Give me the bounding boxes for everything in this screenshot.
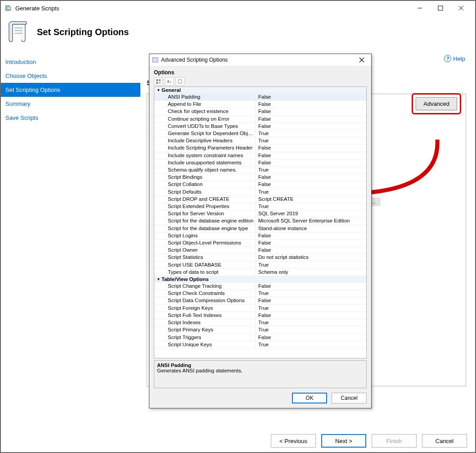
property-value[interactable]: True [256, 167, 366, 173]
property-value[interactable]: Do not script statistics [256, 254, 366, 261]
next-button[interactable]: Next > [321, 434, 366, 448]
property-value[interactable]: False [256, 123, 366, 130]
property-row[interactable]: Script DefaultsTrue [154, 189, 366, 196]
page-title: Set Scripting Options [37, 27, 129, 37]
property-value[interactable]: True [256, 189, 366, 195]
property-value[interactable]: False [256, 94, 366, 100]
property-value[interactable]: True [256, 262, 366, 268]
sidebar-item-summary[interactable]: Summary [1, 97, 140, 111]
property-pages-button[interactable] [175, 77, 184, 86]
property-value[interactable]: False [256, 334, 366, 341]
sidebar-item-introduction[interactable]: Introduction [1, 55, 140, 69]
property-value[interactable]: False [256, 101, 366, 108]
property-value[interactable]: False [256, 116, 366, 122]
property-row[interactable]: Generate Script for Dependent ObjectsTru… [154, 130, 366, 137]
property-row[interactable]: Types of data to scriptSchema only [154, 269, 366, 276]
property-row[interactable]: Include system constraint namesFalse [154, 152, 366, 159]
property-row[interactable]: Script CollationFalse [154, 181, 366, 188]
property-value[interactable]: False [256, 174, 366, 181]
advanced-button[interactable]: Advanced [416, 97, 457, 110]
property-row[interactable]: Script Object-Level PermissionsFalse [154, 240, 366, 247]
property-value[interactable]: True [256, 137, 366, 144]
maximize-button[interactable] [430, 1, 451, 15]
property-value[interactable]: False [256, 283, 366, 290]
property-row[interactable]: ANSI PaddingFalse [154, 94, 366, 101]
sidebar-item-set-scripting-options[interactable]: Set Scripting Options [1, 83, 140, 97]
sidebar-item-save-scripts[interactable]: Save Scripts [1, 111, 140, 125]
property-value[interactable]: False [256, 297, 366, 304]
property-row[interactable]: Convert UDDTs to Base TypesFalse [154, 123, 366, 130]
property-row[interactable]: Script BindingsFalse [154, 174, 366, 181]
close-button[interactable] [451, 1, 472, 15]
property-row[interactable]: Script Primary KeysTrue [154, 326, 366, 334]
property-row[interactable]: Script for the database engine editionMi… [154, 217, 366, 225]
property-row[interactable]: Script for the database engine typeStand… [154, 225, 366, 232]
ok-button[interactable]: OK [292, 393, 327, 403]
property-value[interactable]: False [256, 240, 366, 246]
sidebar-item-choose-objects[interactable]: Choose Objects [1, 69, 140, 83]
property-row[interactable]: Continue scripting on ErrorFalse [154, 116, 366, 123]
property-name: Script Extended Properties [154, 203, 256, 210]
property-value[interactable]: True [256, 326, 366, 333]
property-value[interactable]: False [256, 181, 366, 188]
property-row[interactable]: Script for Server VersionSQL Server 2019 [154, 210, 366, 217]
property-row[interactable]: Script Unique KeysTrue [154, 341, 366, 349]
categorized-button[interactable] [154, 77, 163, 86]
property-row[interactable]: Schema qualify object names.True [154, 167, 366, 174]
property-row[interactable]: Script Extended PropertiesTrue [154, 203, 366, 210]
property-value[interactable]: False [256, 247, 366, 254]
property-row[interactable]: Include Scripting Parameters HeaderFalse [154, 145, 366, 152]
property-row[interactable]: Script Change TrackingFalse [154, 283, 366, 290]
property-value[interactable]: True [256, 341, 366, 348]
property-name: Script Data Compression Options [154, 297, 256, 304]
property-name: Script Object-Level Permissions [154, 240, 256, 246]
property-value[interactable]: False [256, 159, 366, 166]
property-category[interactable]: ▾General [154, 87, 366, 94]
property-row[interactable]: Append to FileFalse [154, 101, 366, 108]
property-value[interactable]: True [256, 130, 366, 137]
property-value[interactable]: False [256, 108, 366, 115]
property-row[interactable]: Include Descriptive HeadersTrue [154, 137, 366, 145]
property-row[interactable]: Script IndexesTrue [154, 319, 366, 326]
property-row[interactable]: Script TriggersFalse [154, 334, 366, 341]
property-value[interactable]: False [256, 312, 366, 319]
property-row[interactable]: Script Check ConstraintsTrue [154, 290, 366, 297]
previous-button[interactable]: < Previous [271, 434, 316, 448]
property-row[interactable]: Script Data Compression OptionsFalse [154, 297, 366, 304]
property-row[interactable]: Script StatisticsDo not script statistic… [154, 254, 366, 261]
property-name: Continue scripting on Error [154, 116, 256, 122]
property-value[interactable]: False [256, 145, 366, 151]
chevron-down-icon[interactable]: ▾ [155, 88, 162, 92]
help-icon: ? [444, 55, 451, 62]
property-value[interactable]: False [256, 152, 366, 159]
dialog-cancel-button[interactable]: Cancel [332, 393, 367, 403]
chevron-down-icon[interactable]: ▾ [155, 277, 162, 281]
property-value[interactable]: True [256, 290, 366, 297]
property-row[interactable]: Include unsupported statementsFalse [154, 159, 366, 167]
property-value[interactable]: SQL Server 2019 [256, 210, 366, 217]
property-value[interactable]: True [256, 203, 366, 210]
property-value[interactable]: True [256, 305, 366, 312]
property-row[interactable]: Script LoginsFalse [154, 232, 366, 240]
property-value[interactable]: False [256, 232, 366, 239]
property-value[interactable]: True [256, 319, 366, 326]
property-row[interactable]: Script DROP and CREATEScript CREATE [154, 196, 366, 203]
svg-rect-15 [178, 80, 182, 83]
cancel-button[interactable]: Cancel [422, 434, 467, 448]
property-value[interactable]: Stand-alone instance [256, 225, 366, 232]
property-row[interactable]: Script Foreign KeysTrue [154, 305, 366, 312]
help-link[interactable]: ? Help [444, 55, 465, 62]
property-value[interactable]: Script CREATE [256, 196, 366, 203]
property-row[interactable]: Script USE DATABASETrue [154, 262, 366, 269]
property-row[interactable]: Script Full-Text IndexesFalse [154, 312, 366, 319]
property-grid[interactable]: ▾GeneralANSI PaddingFalseAppend to FileF… [154, 87, 366, 358]
property-value[interactable]: Schema only [256, 269, 366, 276]
description-heading: ANSI Padding [157, 362, 364, 368]
property-row[interactable]: Script OwnerFalse [154, 247, 366, 254]
dialog-close-button[interactable] [355, 56, 368, 64]
minimize-button[interactable] [409, 1, 430, 15]
alphabetical-button[interactable]: A↓ [165, 77, 174, 86]
property-value[interactable]: Microsoft SQL Server Enterprise Edition [256, 217, 366, 224]
property-category[interactable]: ▾Table/View Options [154, 276, 366, 283]
property-row[interactable]: Check for object existenceFalse [154, 108, 366, 115]
